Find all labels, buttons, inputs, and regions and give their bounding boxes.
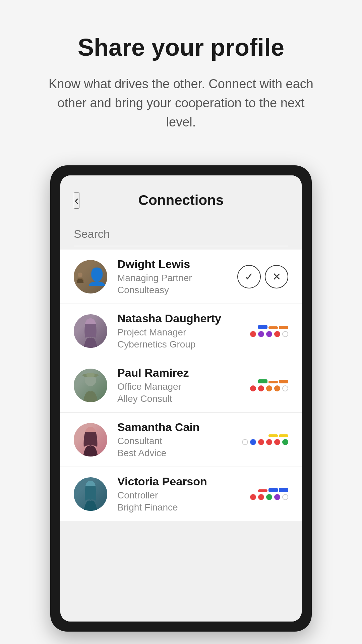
avatar-paul [74,369,107,402]
contact-item-natasha[interactable]: Natasha Daugherty Project Manager Cybern… [60,304,302,358]
bars-samantha [268,434,288,437]
bar-natasha-2 [268,326,278,329]
bar-victoria-2 [268,488,278,492]
bars-victoria [258,488,288,492]
avatar-natasha [74,314,107,348]
contact-name-dwight: Dwight Lewis [117,258,227,271]
contact-info-victoria: Victoria Pearson Controller Bright Finan… [117,475,238,513]
contact-name-paul: Paul Ramirez [117,366,238,379]
contact-info-natasha: Natasha Daugherty Project Manager Cybern… [117,312,238,350]
page-title: Share your profile [27,34,335,61]
contact-company-paul: Alley Consult [117,393,238,404]
bar-paul-2 [268,381,278,383]
search-container [60,215,302,250]
dot-paul-4 [274,385,280,391]
contact-name-samantha: Samantha Cain [117,421,232,434]
page-subtitle: Know what drives the other. Connect with… [44,74,318,132]
contact-actions-dwight: ✓ ✕ [237,265,288,288]
contact-company-natasha: Cybernetics Group [117,339,238,350]
dot-victoria-4 [274,494,280,500]
contact-company-victoria: Bright Finance [117,502,238,513]
dot-samantha-1 [250,439,256,445]
device-frame: ‹ Connections Dwight Lewis [50,165,312,632]
dots-victoria [250,494,288,500]
search-input[interactable] [74,222,288,246]
bar-victoria-1 [258,489,267,492]
avatar-samantha [74,423,107,457]
back-button[interactable]: ‹ [74,192,79,209]
contact-item-victoria[interactable]: Victoria Pearson Controller Bright Finan… [60,467,302,521]
dot-samantha-3 [266,439,272,445]
profile-indicator-samantha [242,434,288,445]
dot-paul-2 [258,385,264,391]
bar-samantha-1 [268,434,278,437]
page-header: Share your profile Know what drives the … [0,0,362,152]
contact-role-victoria: Controller [117,490,238,501]
contact-name-victoria: Victoria Pearson [117,475,238,488]
dot-paul-3 [266,385,272,391]
accept-button-dwight[interactable]: ✓ [237,265,261,288]
contact-company-dwight: Consulteasy [117,285,227,296]
dot-paul-empty [282,385,288,391]
dot-samantha-4 [274,439,280,445]
dot-natasha-empty [282,331,288,337]
contact-name-natasha: Natasha Daugherty [117,312,238,325]
contact-info-samantha: Samantha Cain Consultant Best Advice [117,421,232,459]
svg-rect-5 [86,373,95,377]
profile-indicator-victoria [248,488,288,500]
contact-role-paul: Office Manager [117,381,238,392]
bar-victoria-3 [279,488,288,492]
dot-natasha-1 [250,331,256,337]
dots-natasha [250,331,288,337]
dot-natasha-2 [258,331,264,337]
bar-paul-3 [279,380,288,383]
avatar-dwight [74,260,107,293]
app-header: ‹ Connections [60,175,302,215]
bar-natasha-3 [279,326,288,329]
connections-title: Connections [138,192,224,208]
avatar-victoria [74,477,107,511]
contact-item-dwight[interactable]: Dwight Lewis Managing Partner Consulteas… [60,250,302,304]
dot-victoria-3 [266,494,272,500]
dot-samantha-empty [242,439,248,445]
decline-button-dwight[interactable]: ✕ [265,265,288,288]
bars-paul [258,379,288,383]
profile-indicator-natasha [248,325,288,337]
dot-victoria-empty [282,494,288,500]
dot-victoria-2 [258,494,264,500]
bar-paul-1 [258,379,267,383]
contact-role-samantha: Consultant [117,436,232,446]
contact-item-samantha[interactable]: Samantha Cain Consultant Best Advice [60,413,302,467]
contact-info-dwight: Dwight Lewis Managing Partner Consulteas… [117,258,227,296]
contact-info-paul: Paul Ramirez Office Manager Alley Consul… [117,366,238,404]
svg-point-0 [78,272,82,277]
bars-natasha [258,325,288,329]
dots-samantha [242,439,288,445]
dot-victoria-1 [250,494,256,500]
contact-role-natasha: Project Manager [117,327,238,338]
dot-natasha-4 [274,331,280,337]
dot-natasha-3 [266,331,272,337]
contact-role-dwight: Managing Partner [117,273,227,283]
bar-samantha-2 [279,434,288,437]
contact-company-samantha: Best Advice [117,448,232,459]
dot-samantha-2 [258,439,264,445]
device-screen: ‹ Connections Dwight Lewis [60,175,302,622]
dot-samantha-5 [282,439,288,445]
contact-item-paul[interactable]: Paul Ramirez Office Manager Alley Consul… [60,358,302,413]
profile-indicator-paul [248,379,288,391]
contacts-list: Dwight Lewis Managing Partner Consulteas… [60,250,302,521]
dots-paul [250,385,288,391]
bar-natasha-1 [258,325,267,329]
empty-area [60,521,302,622]
dot-paul-1 [250,385,256,391]
